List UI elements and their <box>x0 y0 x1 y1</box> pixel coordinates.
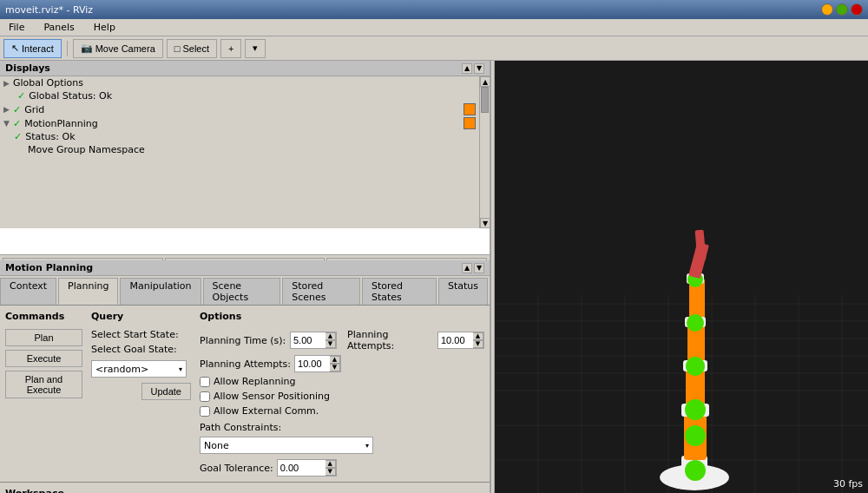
tabs-bar: Context Planning Manipulation Scene Obje… <box>0 276 490 306</box>
planning-time-input-group: ▲ ▼ <box>290 332 337 349</box>
mp-scroll-down[interactable]: ▼ <box>474 263 484 273</box>
main-layout: Displays ▲ ▼ ▶ Global Options ✓ <box>0 61 868 493</box>
display-label: Global Status: Ok <box>29 90 476 102</box>
more-button[interactable]: ▾ <box>245 39 266 58</box>
motion-checkbox[interactable] <box>464 117 476 129</box>
goal-tolerance-row: Goal Tolerance: ▲ ▼ <box>200 459 484 477</box>
displays-scrollbar[interactable]: ▲ ▼ <box>479 76 490 228</box>
tab-context[interactable]: Context <box>0 278 56 305</box>
goal-state-dropdown[interactable]: <random> ▾ <box>91 360 187 378</box>
interact-icon: ↖ <box>11 43 19 54</box>
options-header: Options <box>200 311 484 322</box>
check-icon: ✓ <box>14 131 22 142</box>
displays-header-controls: ▲ ▼ <box>462 63 484 74</box>
allow-sensor-checkbox[interactable] <box>200 391 210 402</box>
goal-tolerance-down[interactable]: ▼ <box>326 468 336 476</box>
displays-scroll-down[interactable]: ▼ <box>474 63 484 74</box>
planning-attempts-input[interactable] <box>438 334 473 346</box>
planning-attempts2-up[interactable]: ▲ <box>330 356 340 364</box>
display-label: Move Group Namespace <box>28 144 476 155</box>
app-title: moveit.rviz* - RViz <box>5 4 93 16</box>
interact-button[interactable]: ↖ Interact <box>3 39 62 58</box>
display-label: MotionPlanning <box>24 118 460 129</box>
menu-panels[interactable]: Panels <box>38 21 79 34</box>
scroll-track[interactable] <box>480 87 490 218</box>
svg-point-29 <box>686 357 705 376</box>
planning-attempts-up[interactable]: ▲ <box>473 332 483 340</box>
start-state-label: Select Start State: <box>91 329 191 340</box>
tab-status[interactable]: Status <box>438 278 488 305</box>
planning-attempts2-down[interactable]: ▼ <box>330 364 340 371</box>
dropdown-arrow-icon: ▾ <box>179 365 182 373</box>
allow-external-checkbox[interactable] <box>200 406 210 417</box>
allow-sensor-row: Allow Sensor Positioning <box>200 391 484 402</box>
maximize-button[interactable] <box>836 3 848 16</box>
display-item-status[interactable]: ✓ Status: Ok <box>0 130 479 143</box>
planning-attempts2-row: Planning Attempts: ▲ ▼ <box>200 355 484 372</box>
goal-state-value: <random> <box>95 364 148 375</box>
fps-label: 30 fps <box>833 478 863 490</box>
close-button[interactable] <box>851 3 863 16</box>
tab-planning[interactable]: Planning <box>58 278 118 305</box>
tab-stored-states[interactable]: Stored States <box>362 278 437 305</box>
tab-stored-scenes[interactable]: Stored Scenes <box>282 278 360 305</box>
tab-scene-objects[interactable]: Scene Objects <box>203 278 281 305</box>
goal-tolerance-label: Goal Tolerance: <box>200 463 273 474</box>
planning-attempts2-input[interactable] <box>295 358 330 370</box>
add-button[interactable]: + <box>220 39 241 58</box>
menu-file[interactable]: File <box>3 21 30 34</box>
goal-tolerance-up[interactable]: ▲ <box>326 460 336 468</box>
planning-time-spinner: ▲ ▼ <box>326 332 336 348</box>
allow-replanning-checkbox[interactable] <box>200 377 210 387</box>
toolbar: ↖ Interact 📷 Move Camera □ Select + ▾ <box>0 36 868 61</box>
minimize-button[interactable] <box>821 3 833 16</box>
svg-point-30 <box>687 314 704 332</box>
path-constraints-dropdown[interactable]: None ▾ <box>200 437 373 454</box>
goal-tolerance-input[interactable] <box>278 462 326 474</box>
allow-replanning-row: Allow Replanning <box>200 376 484 387</box>
grid-checkbox[interactable] <box>464 103 476 115</box>
allow-external-label: Allow External Comm. <box>214 405 319 417</box>
planning-attempts-down[interactable]: ▼ <box>473 340 483 348</box>
motion-planning-header: Motion Planning ▲ ▼ <box>0 260 490 276</box>
mp-header-controls: ▲ ▼ <box>462 263 484 273</box>
display-item-motion-planning[interactable]: ▼ ✓ MotionPlanning <box>0 116 479 130</box>
planning-time-down[interactable]: ▼ <box>326 340 336 348</box>
arrow-icon: ▶ <box>3 105 10 114</box>
svg-point-28 <box>685 399 706 420</box>
scroll-down-btn[interactable]: ▼ <box>480 218 490 228</box>
query-column: Query Select Start State: Select Goal St… <box>91 311 191 477</box>
menu-bar: File Panels Help <box>0 19 868 36</box>
path-constraints-value: None <box>204 440 229 451</box>
display-item-grid[interactable]: ▶ ✓ Grid <box>0 102 479 116</box>
displays-scroll-up[interactable]: ▲ <box>462 63 472 74</box>
scroll-up-btn[interactable]: ▲ <box>480 76 490 87</box>
tab-content: Commands Plan Execute Plan and Execute Q… <box>0 306 490 482</box>
planning-time-up[interactable]: ▲ <box>326 332 336 340</box>
planning-time-input[interactable] <box>291 334 326 346</box>
select-button[interactable]: □ Select <box>167 39 217 58</box>
svg-rect-0 <box>495 61 868 493</box>
tab-manipulation[interactable]: Manipulation <box>120 278 201 305</box>
planning-attempts2-input-group: ▲ ▼ <box>294 355 341 372</box>
planning-attempts-spinner: ▲ ▼ <box>473 332 483 348</box>
planning-attempts2-spinner: ▲ ▼ <box>330 356 340 371</box>
displays-header: Displays ▲ ▼ <box>0 61 490 76</box>
displays-section: Displays ▲ ▼ ▶ Global Options ✓ <box>0 61 490 260</box>
scroll-thumb[interactable] <box>481 87 489 113</box>
goal-state-label: Select Goal State: <box>91 344 191 355</box>
mp-scroll-up[interactable]: ▲ <box>462 263 472 273</box>
plan-execute-button[interactable]: Plan and Execute <box>5 371 82 398</box>
display-item-global-options[interactable]: ▶ Global Options <box>0 76 479 89</box>
display-item-move-group[interactable]: Move Group Namespace <box>0 143 479 156</box>
menu-help[interactable]: Help <box>89 21 121 34</box>
move-camera-button[interactable]: 📷 Move Camera <box>73 39 163 58</box>
plan-button[interactable]: Plan <box>5 329 82 346</box>
left-panel: Displays ▲ ▼ ▶ Global Options ✓ <box>0 61 490 493</box>
update-button[interactable]: Update <box>141 383 191 400</box>
motion-planning-section: Motion Planning ▲ ▼ Context Planning Man… <box>0 260 490 493</box>
execute-button[interactable]: Execute <box>5 350 82 367</box>
viewport: 30 fps <box>495 61 868 493</box>
display-item-global-status[interactable]: ✓ Global Status: Ok <box>0 89 479 102</box>
check-icon: ✓ <box>13 104 21 115</box>
